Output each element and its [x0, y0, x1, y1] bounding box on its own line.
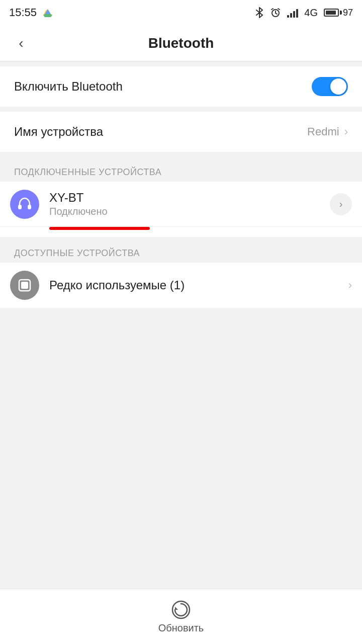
- status-bar: 15:55 4G: [0, 0, 362, 25]
- device-square-icon: [17, 277, 33, 293]
- bluetooth-toggle-label: Включить Bluetooth: [14, 79, 123, 94]
- available-device-info: Редко используемые (1): [49, 278, 348, 292]
- bluetooth-status-icon: [255, 7, 264, 18]
- page-title: Bluetooth: [148, 35, 214, 51]
- connected-device-details-button[interactable]: ›: [330, 193, 352, 215]
- available-section-header: ДОСТУПНЫЕ УСТРОЙСТВА: [0, 239, 362, 263]
- available-device-name: Редко используемые (1): [49, 278, 348, 292]
- bluetooth-toggle-section: Включить Bluetooth: [0, 66, 362, 107]
- svg-rect-4: [21, 282, 28, 289]
- connected-device-name: XY-BT: [49, 191, 330, 205]
- device-name-label: Имя устройства: [14, 125, 103, 139]
- device-name-row[interactable]: Имя устройства Redmi ›: [0, 112, 362, 152]
- connected-device-info: XY-BT Подключено: [49, 191, 330, 217]
- connected-device-chevron-icon: ›: [339, 198, 343, 210]
- refresh-icon: [170, 599, 192, 620]
- status-right: 4G 97: [255, 7, 353, 19]
- back-arrow-icon: ‹: [19, 36, 23, 50]
- svg-marker-6: [175, 607, 178, 610]
- available-device-icon: [10, 271, 39, 300]
- signal-icon: [287, 8, 298, 18]
- toggle-knob: [330, 78, 346, 95]
- bluetooth-toggle-row[interactable]: Включить Bluetooth: [0, 66, 362, 107]
- svg-rect-2: [28, 205, 31, 209]
- device-name-section: Имя устройства Redmi ›: [0, 112, 362, 152]
- svg-rect-1: [18, 205, 22, 209]
- drive-icon: [42, 8, 54, 18]
- status-left: 15:55: [9, 6, 54, 19]
- refresh-label: Обновить: [158, 622, 204, 634]
- battery-pct: 97: [343, 8, 353, 18]
- page-header: ‹ Bluetooth: [0, 25, 362, 61]
- device-battery-bar: [49, 227, 150, 230]
- available-device-item[interactable]: Редко используемые (1) ›: [0, 263, 362, 308]
- battery-icon: 97: [324, 8, 353, 18]
- device-name-chevron-icon: ›: [344, 125, 348, 138]
- headphones-icon: [17, 196, 33, 212]
- bluetooth-toggle[interactable]: [312, 77, 348, 96]
- time: 15:55: [9, 6, 37, 19]
- device-battery-bar-row: [0, 227, 362, 237]
- available-devices-section: ДОСТУПНЫЕ УСТРОЙСТВА Редко используемые …: [0, 239, 362, 308]
- connected-device-status: Подключено: [49, 206, 330, 217]
- connected-devices-list: XY-BT Подключено ›: [0, 182, 362, 237]
- connected-section-header: ПОДКЛЮЧЕННЫЕ УСТРОЙСТВА: [0, 158, 362, 182]
- available-device-chevron-icon: ›: [348, 279, 352, 292]
- connected-devices-section: ПОДКЛЮЧЕННЫЕ УСТРОЙСТВА XY-BT Подключено…: [0, 158, 362, 237]
- content-spacer: [0, 308, 362, 509]
- refresh-bar[interactable]: Обновить: [0, 589, 362, 644]
- network-label: 4G: [304, 7, 318, 19]
- device-name-value: Redmi: [307, 125, 339, 138]
- device-name-right: Redmi ›: [307, 125, 348, 138]
- alarm-icon: [270, 7, 281, 18]
- connected-device-item[interactable]: XY-BT Подключено ›: [0, 182, 362, 227]
- connected-device-icon: [10, 190, 39, 219]
- back-button[interactable]: ‹: [10, 32, 32, 54]
